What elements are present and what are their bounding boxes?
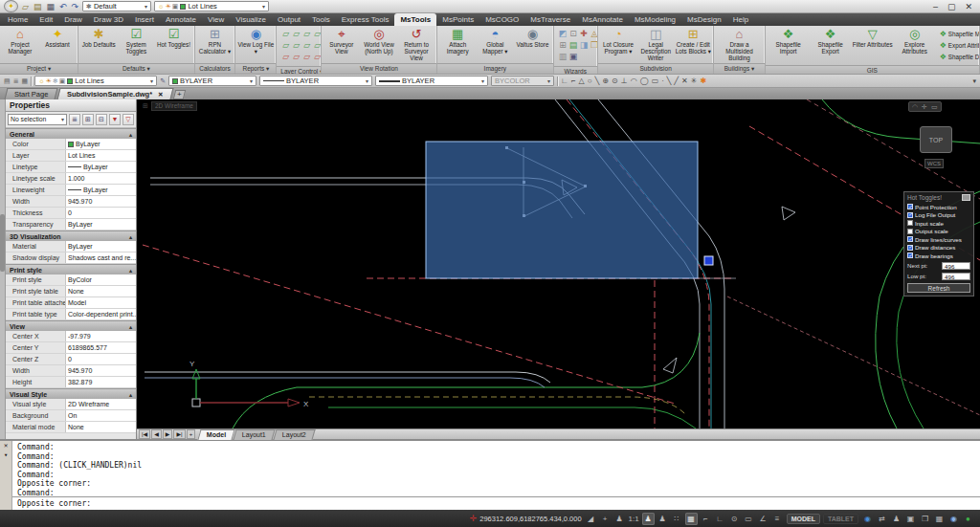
property-row[interactable]: Shadow display Shadows cast and re... xyxy=(6,253,136,264)
checkbox[interactable] xyxy=(907,236,913,242)
drawing-canvas[interactable]: Y X ⊞ 2D Wireframe ◠✛▭ TOP WCS Hot Toggl… xyxy=(137,99,980,428)
section-header-print-style[interactable]: Print style▴ xyxy=(6,264,136,274)
menu-tab[interactable]: Draw xyxy=(58,13,88,26)
layer-control-icon[interactable]: ▱ xyxy=(280,52,291,63)
properties-tool-icon[interactable]: ⊞ xyxy=(82,114,94,125)
snap-icon[interactable]: ⊕ xyxy=(602,77,609,86)
wizard-icon[interactable]: ⊞ xyxy=(558,40,568,52)
snap-icon[interactable]: ✕ xyxy=(681,77,688,86)
status-toggle-icon[interactable]: ∟ xyxy=(714,513,726,525)
property-row[interactable]: Visual style 2D Wireframe xyxy=(6,399,136,410)
snap-icon[interactable]: ◯ xyxy=(640,77,649,86)
quick-access-icon[interactable]: ↷ xyxy=(71,1,80,12)
ribbon-group-label[interactable]: Defaults ▾ xyxy=(78,63,193,74)
menu-tab[interactable]: MsCOGO xyxy=(479,13,524,26)
checkbox[interactable] xyxy=(907,253,913,258)
minimize-button[interactable]: – xyxy=(933,2,938,11)
property-row[interactable]: Transparency ByLayer xyxy=(6,219,136,231)
wizard-icon[interactable]: ▤ xyxy=(568,40,579,52)
status-toggle-icon[interactable]: ⊙ xyxy=(728,513,741,525)
snap-icon[interactable]: ✱ xyxy=(701,77,707,86)
ribbon-group-label[interactable]: Imagery xyxy=(437,63,552,74)
ribbon-group-label[interactable]: Reports ▾ xyxy=(235,63,276,74)
layer-state-icon[interactable]: ❄ xyxy=(53,77,58,85)
plotstyle-dropdown[interactable]: BYCOLOR ▾ xyxy=(491,76,554,86)
menu-tab[interactable]: Edit xyxy=(33,13,58,26)
snap-icon[interactable]: ╲ xyxy=(666,77,671,86)
properties-scrollbar[interactable] xyxy=(0,99,6,439)
ribbon-button[interactable]: ⊞ Create / Edit Lots Blocks ▾ xyxy=(675,27,711,55)
property-value[interactable]: ByColor xyxy=(65,274,136,285)
property-value[interactable]: 0 xyxy=(65,208,136,218)
layout-nav-button[interactable]: ◀ xyxy=(151,429,162,439)
menu-tab[interactable]: Home xyxy=(2,13,33,26)
lineweight-dropdown[interactable]: BYLAYER ▾ xyxy=(375,76,488,86)
ribbon-button[interactable]: ✦ Assistant xyxy=(39,27,76,49)
property-value[interactable]: 945.970 xyxy=(65,196,136,207)
property-row[interactable]: Height 382.879 xyxy=(6,377,136,388)
layer-control-icon[interactable]: ▱ xyxy=(301,40,312,52)
layer-control-icon[interactable]: ▱ xyxy=(291,40,301,52)
snap-icon[interactable]: ╲ xyxy=(595,77,600,86)
status-toggle-icon[interactable]: + xyxy=(599,513,612,525)
close-tab-icon[interactable]: ✕ xyxy=(159,90,164,99)
checkbox[interactable] xyxy=(907,212,913,218)
snap-icon[interactable]: ◠ xyxy=(631,77,637,86)
selection-dropdown[interactable]: No selection ▾ xyxy=(8,114,67,125)
wizard-icon[interactable]: ▣ xyxy=(568,52,579,63)
status-tray-icon[interactable]: ♟ xyxy=(890,513,902,525)
document-tab[interactable]: Start Page ✕ xyxy=(5,88,58,99)
hot-toggle-row[interactable]: Input scale xyxy=(907,219,970,228)
snap-icon[interactable]: ▭ xyxy=(652,77,659,86)
property-row[interactable]: Print style ByColor xyxy=(6,274,136,286)
ribbon-group-label[interactable]: Buildings ▾ xyxy=(714,63,764,74)
layout-nav-button[interactable]: ▶| xyxy=(173,429,185,439)
layer-properties-icon[interactable]: ✎ xyxy=(160,77,166,85)
layout-tab[interactable]: Layout2 xyxy=(274,429,316,440)
quick-access-icon[interactable]: ▤ xyxy=(33,1,43,12)
status-tray-icon[interactable]: ⇄ xyxy=(876,513,888,525)
ribbon-button[interactable]: ⊞ RPN Calculator ▾ xyxy=(197,27,234,55)
property-row[interactable]: Color ByLayer xyxy=(6,139,136,150)
properties-tool-icon[interactable]: ≣ xyxy=(69,114,80,125)
properties-tool-icon[interactable]: ▼ xyxy=(109,114,121,125)
ribbon-button[interactable]: ◎ Explore Attributes xyxy=(894,27,936,55)
ribbon-group-label[interactable]: Wizards xyxy=(554,66,597,74)
ribbon-button[interactable]: ◔ Lot Closure Program ▾ xyxy=(600,27,636,55)
layer-control-icon[interactable]: ▱ xyxy=(291,29,301,40)
status-toggle-icon[interactable]: ▭ xyxy=(743,513,755,525)
status-toggle-icon[interactable]: ♟ xyxy=(642,513,655,525)
view-cube[interactable]: TOP xyxy=(920,126,952,153)
status-toggle-icon[interactable]: ∷ xyxy=(671,513,683,525)
wizard-icon[interactable]: ▥ xyxy=(558,52,568,63)
status-toggle-icon[interactable]: ♟ xyxy=(657,513,669,525)
layer-state-icon[interactable]: ▣ xyxy=(59,77,66,85)
toolbar-overflow-icon[interactable]: ▾ xyxy=(972,77,976,85)
menu-tab[interactable]: MsModeling xyxy=(629,13,681,26)
ribbon-button[interactable]: ✱ Job Defaults xyxy=(80,27,117,49)
dialog-grip[interactable] xyxy=(962,194,970,201)
workspace-dropdown[interactable]: ✱ Default ▾ xyxy=(82,1,151,11)
wizard-icon[interactable]: ⊡ xyxy=(568,29,579,40)
status-toggle-icon[interactable]: ♟ xyxy=(613,513,626,525)
ribbon-stacked-button[interactable]: ❖ Export Attribute Table xyxy=(940,40,980,51)
menu-tab[interactable]: Visualize xyxy=(230,13,272,26)
wcs-label[interactable]: WCS xyxy=(924,159,944,168)
nav-icon[interactable]: ◠ xyxy=(912,102,918,111)
layer-control-icon[interactable]: ▱ xyxy=(291,52,301,63)
coordinates-readout[interactable]: ✛ 296312.609,6182765.434,0.000 xyxy=(470,514,582,523)
menu-tab[interactable]: MsAnnotate xyxy=(576,13,629,26)
wizard-icon[interactable]: ◩ xyxy=(558,29,568,40)
ribbon-button[interactable]: ▦ Attach Imagery xyxy=(439,27,476,55)
toolbar-icon[interactable]: ≣ xyxy=(13,77,19,85)
property-value[interactable]: None xyxy=(65,286,136,296)
ribbon-button[interactable]: ◫ Legal Description Writer xyxy=(637,27,674,62)
property-row[interactable]: Center Y 6189865.577 xyxy=(6,342,136,354)
visual-style-label[interactable]: 2D Wireframe xyxy=(151,101,197,111)
layer-state-icon[interactable]: ☼ xyxy=(38,77,44,85)
property-value[interactable]: 2D Wireframe xyxy=(65,399,136,409)
property-row[interactable]: Center X -97.979 xyxy=(6,331,136,342)
layer-control-icon[interactable]: ▱ xyxy=(280,29,291,40)
status-tray-icon[interactable]: ▦ xyxy=(933,513,946,525)
command-history[interactable]: Command:Command:Command: (CLICK_HANDLER)… xyxy=(12,441,980,496)
